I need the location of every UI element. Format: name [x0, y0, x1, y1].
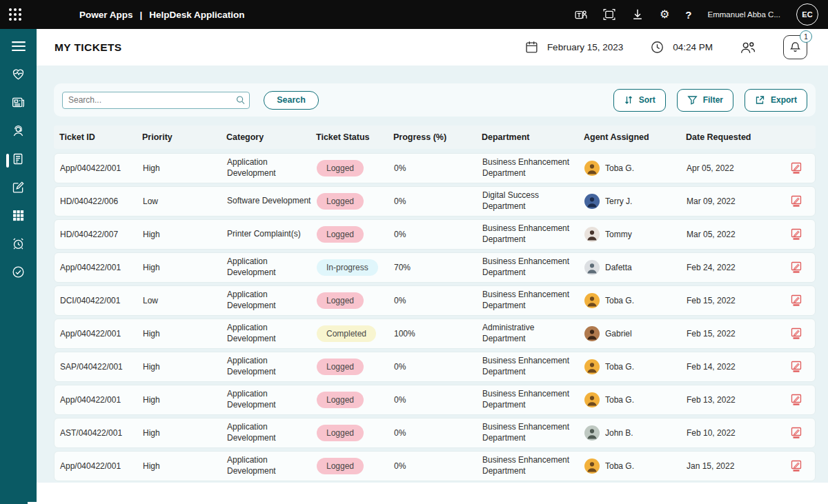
agent-name: Toba G. [605, 362, 634, 372]
agent-assigned-cell: Toba G. [584, 392, 687, 407]
priority-cell: High [143, 362, 227, 372]
ticket-status-cell: Logged [317, 392, 394, 408]
table-row[interactable]: App/040422/001 High Application Developm… [54, 385, 816, 415]
agent-assigned-cell: Toba G. [584, 161, 687, 176]
agent-name: Tommy [605, 230, 632, 239]
table-row[interactable]: SAP/040422/001 High Application Developm… [54, 352, 816, 382]
time-display: 04:24 PM [651, 41, 713, 54]
sidebar-item-apps[interactable] [0, 203, 37, 231]
screen-icon[interactable] [603, 8, 615, 21]
agent-avatar [584, 359, 600, 374]
agent-avatar [584, 194, 600, 209]
search-button[interactable]: Search [264, 91, 319, 110]
compose-icon [11, 180, 26, 197]
column-header-priority: Priority [142, 132, 226, 142]
edit-icon[interactable] [789, 327, 803, 341]
edit-icon[interactable] [789, 360, 803, 374]
tickets-table: Ticket IDPriorityCategoryTicket StatusPr… [54, 125, 816, 481]
agent-avatar [584, 458, 600, 474]
download-icon[interactable] [631, 8, 644, 21]
filter-button[interactable]: Filter [677, 89, 733, 112]
teams-icon[interactable] [575, 8, 587, 21]
sidebar-item-done[interactable] [0, 259, 37, 288]
sort-button[interactable]: Sort [613, 89, 666, 112]
agent-assigned-cell: Dafetta [584, 260, 687, 275]
table-row[interactable]: App/040422/001 High Application Developm… [54, 319, 816, 349]
edit-icon[interactable] [789, 228, 803, 241]
category-cell: Application Development [227, 389, 317, 410]
department-cell: Business Enhancement Department [482, 223, 584, 245]
priority-cell: High [143, 163, 227, 173]
status-badge: Logged [317, 292, 364, 309]
ticket-id-cell: App/040422/001 [60, 395, 143, 405]
edit-icon[interactable] [789, 459, 803, 473]
sidebar-item-my-tickets[interactable] [0, 146, 37, 174]
edit-icon[interactable] [789, 393, 803, 407]
table-header-row: Ticket IDPriorityCategoryTicket StatusPr… [54, 125, 816, 149]
edit-icon[interactable] [789, 261, 803, 274]
page-title: MY TICKETS [55, 41, 122, 54]
edit-icon[interactable] [789, 161, 803, 175]
action-cell [778, 459, 815, 473]
date-requested-cell: Feb 14, 2022 [687, 362, 778, 372]
sidebar-item-reminders[interactable] [0, 231, 37, 259]
edit-icon[interactable] [789, 426, 803, 440]
status-badge: Logged [317, 160, 364, 177]
search-input[interactable] [62, 92, 250, 109]
app-title: Power Apps | HelpDesk Application [79, 10, 245, 20]
edit-icon[interactable] [789, 294, 803, 308]
topbar: Power Apps | HelpDesk Application ⚙ ? Em… [0, 0, 828, 29]
sidebar-item-new-ticket[interactable] [0, 174, 37, 203]
notifications-button[interactable]: 1 [783, 35, 807, 59]
settings-icon[interactable]: ⚙ [660, 9, 669, 20]
table-row[interactable]: HD/040422/006 Low Software Development L… [54, 186, 816, 216]
user-avatar[interactable]: EC [796, 3, 818, 26]
help-icon[interactable]: ? [685, 9, 691, 21]
table-row[interactable]: HD/040422/007 High Printer Complaint(s) … [54, 219, 816, 250]
apps-waffle-icon[interactable] [9, 8, 21, 21]
date-requested-cell: Feb 15, 2022 [687, 296, 778, 305]
sort-label: Sort [639, 95, 656, 105]
heart-pulse-icon [11, 67, 26, 84]
sidebar-item-health[interactable] [0, 61, 37, 90]
brand-name: Power Apps [79, 10, 133, 20]
department-cell: Business Enhancement Department [482, 455, 584, 476]
date-requested-cell: Apr 05, 2022 [687, 163, 778, 173]
action-cell [778, 228, 815, 241]
agent-avatar [584, 326, 600, 341]
priority-cell: Low [143, 196, 227, 206]
action-cell [778, 161, 815, 175]
table-row[interactable]: App/040422/001 High Application Developm… [54, 252, 816, 283]
agent-name: Gabriel [605, 329, 632, 339]
table-row[interactable]: App/040422/001 High Application Developm… [54, 153, 816, 183]
ticket-id-cell: App/040422/001 [60, 263, 143, 272]
people-icon[interactable] [740, 41, 756, 54]
table-row[interactable]: DCI/040422/001 Low Application Developme… [54, 285, 816, 316]
date-requested-cell: Feb 24, 2022 [687, 263, 778, 272]
export-button[interactable]: Export [745, 89, 807, 112]
ticket-id-cell: HD/040422/006 [60, 196, 143, 206]
active-indicator [6, 154, 9, 168]
sidebar-item-news[interactable] [0, 90, 37, 118]
alarm-icon [11, 236, 26, 254]
agent-assigned-cell: Terry J. [584, 194, 687, 209]
priority-cell: High [143, 461, 227, 471]
date-requested-cell: Jan 15, 2022 [687, 461, 778, 471]
date-requested-cell: Feb 13, 2022 [687, 395, 778, 405]
edit-icon[interactable] [789, 194, 803, 208]
sidebar-item-menu[interactable] [0, 33, 37, 61]
ticket-status-cell: Logged [317, 292, 394, 309]
sort-icon [624, 95, 633, 105]
table-row[interactable]: AST/040422/001 High Application Developm… [54, 418, 816, 448]
sidebar-item-support[interactable] [0, 118, 37, 146]
progress-cell: 0% [394, 461, 482, 471]
table-body: App/040422/001 High Application Developm… [54, 153, 816, 481]
status-badge: Logged [317, 458, 364, 474]
support-agent-icon [11, 123, 26, 141]
user-name[interactable]: Emmanuel Abba C... [708, 10, 780, 19]
main-content: Search Sort Filter [37, 65, 828, 483]
table-row[interactable]: App/040422/001 High Application Developm… [54, 451, 816, 481]
agent-avatar [584, 161, 600, 176]
export-icon [755, 95, 765, 105]
ticket-status-cell: Logged [317, 458, 394, 474]
